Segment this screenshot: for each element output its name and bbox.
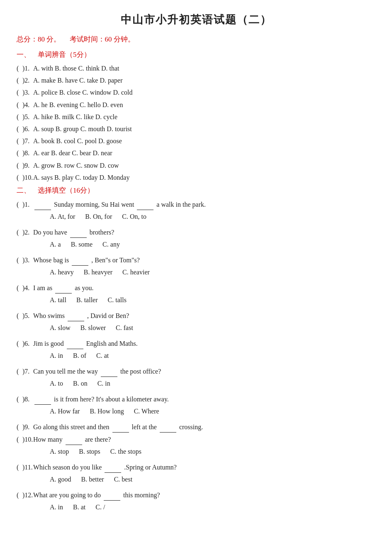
q-num: )2. [22,227,33,238]
section1-question-4: ( )4. A. he B. evening C. hello D. even [17,99,375,110]
q-num: )10. [22,172,33,183]
paren-left: ( [17,99,22,110]
section1-question-5: ( )5. A. hike B. milk C. like D. cycle [17,111,375,122]
q-num: )9. [22,421,33,433]
q-options: A. hike B. milk C. like D. cycle [33,111,375,122]
section2: 二、 选择填空（16分） ( )1. Sunday morning, Su Ha… [17,186,375,513]
sub-options: A. in B. at C. / [50,501,375,513]
sub-options: A. a B. some C. any [50,239,375,251]
section2-question-7: ( )7. Can you tell me the way the post o… [17,365,375,390]
q-text: Sunday morning, Su Hai went a walk in th… [33,198,375,210]
section1-question-8: ( )8. A. ear B. dear C. bear D. near [17,147,375,159]
q-row: ( )11. Which season do you like .Spring … [17,461,375,473]
section2-question-6: ( )6. Jim is good English and Maths. A. … [17,337,375,362]
q-num: )5. [22,111,33,122]
section2-question-10: ( )10. How many are there? A. stop B. st… [17,433,375,458]
sub-options: A. to B. on C. in [50,378,375,390]
q-options: A. book B. cool C. pool D. goose [33,135,375,147]
q-options: A. he B. evening C. hello D. even [33,99,375,110]
section1-question-10: ( )10. A. says B. play C. today D. Monda… [17,172,375,183]
section2-question-9: ( )9. Go along this street and then left… [17,421,375,433]
section2-questions: ( )1. Sunday morning, Su Hai went a walk… [17,198,375,513]
paren-left: ( [17,434,22,445]
q-options: A. grow B. row C. snow D. cow [33,160,375,171]
q-row: ( )7. Can you tell me the way the post o… [17,365,375,377]
q-num: )6. [22,123,33,134]
q-text: How many are there? [33,433,375,445]
section1-question-3: ( )3. A. police B. close C. window D. co… [17,87,375,98]
q-num: )8. [22,394,33,405]
sub-options: A. in B. of C. at [50,350,375,362]
paren-left: ( [17,199,22,210]
section2-question-12: ( )12. What are you going to do this mor… [17,489,375,513]
q-num: )1. [22,199,33,210]
q-row: ( )4. I am as as you. [17,282,375,293]
q-row: ( )8. is it from here? It's about a kilo… [17,393,375,405]
q-text: Go along this street and then left at th… [33,421,375,433]
paren-left: ( [17,75,22,86]
paren-left: ( [17,123,22,134]
paren-left: ( [17,87,22,98]
q-num: )4. [22,99,33,110]
q-row: ( )6. Jim is good English and Maths. [17,337,375,349]
q-num: )1. [22,63,33,74]
q-row: ( )5. Who swims , David or Ben? [17,310,375,321]
q-num: )3. [22,87,33,98]
sub-options: A. tall B. taller C. talls [50,294,375,306]
q-options: A. police B. close C. window D. cold [33,87,375,98]
q-text: Jim is good English and Maths. [33,337,375,349]
q-num: )7. [22,366,33,377]
q-text: I am as as you. [33,282,375,293]
paren-left: ( [17,160,22,171]
section1-title: 一、 单词辨音（5分） [17,50,375,59]
q-options: A. soup B. group C. mouth D. tourist [33,123,375,134]
section2-question-8: ( )8. is it from here? It's about a kilo… [17,393,375,418]
q-num: )8. [22,147,33,159]
paren-left: ( [17,147,22,159]
q-row: ( )9. Go along this street and then left… [17,421,375,433]
q-text: Can you tell me the way the post office? [33,365,375,377]
q-options: A. with B. those C. think D. that [33,63,375,74]
q-num: )10. [22,434,33,445]
paren-left: ( [17,135,22,147]
section2-question-2: ( )2. Do you have brothers? A. a B. some… [17,226,375,251]
q-options: A. says B. play C. today D. Monday [33,172,375,183]
section2-question-11: ( )11. Which season do you like .Spring … [17,461,375,486]
q-text: is it from here? It's about a kilometer … [33,393,375,405]
q-num: )11. [22,462,33,473]
q-options: A. ear B. dear C. bear D. near [33,147,375,159]
q-row: ( )3. Whose bag is , Ben"s or Tom"s? [17,254,375,266]
total-score: 总分：80 分。 [17,35,61,43]
q-num: )7. [22,135,33,147]
paren-left: ( [17,366,22,377]
sub-options: A. stop B. stops C. the stops [50,446,375,458]
paren-left: ( [17,111,22,122]
sub-options: A. How far B. How long C. Where [50,406,375,418]
q-num: )3. [22,254,33,266]
page-title: 中山市小升初英语试题（二） [17,12,375,27]
paren-left: ( [17,282,22,293]
paren-left: ( [17,254,22,266]
q-text: Do you have brothers? [33,226,375,238]
section2-question-1: ( )1. Sunday morning, Su Hai went a walk… [17,198,375,223]
paren-left: ( [17,462,22,473]
sub-options: A. slow B. slower C. fast [50,322,375,334]
sub-options: A. good B. better C. best [50,474,375,486]
q-row: ( )12. What are you going to do this mor… [17,489,375,501]
q-num: )9. [22,160,33,171]
q-row: ( )10. How many are there? [17,433,375,445]
paren-left: ( [17,172,22,183]
q-num: )4. [22,282,33,293]
section2-question-5: ( )5. Who swims , David or Ben? A. slow … [17,310,375,334]
paren-left: ( [17,489,22,501]
paren-left: ( [17,227,22,238]
section1-question-1: ( )1. A. with B. those C. think D. that [17,63,375,74]
paren-left: ( [17,63,22,74]
q-text: Who swims , David or Ben? [33,310,375,321]
section2-question-3: ( )3. Whose bag is , Ben"s or Tom"s? A. … [17,254,375,279]
section1: 一、 单词辨音（5分） ( )1. A. with B. those C. th… [17,50,375,183]
paren-left: ( [17,421,22,433]
q-text: What are you going to do this morning? [33,489,375,501]
section2-question-4: ( )4. I am as as you. A. tall B. taller … [17,282,375,306]
q-options: A. make B. have C. take D. paper [33,75,375,86]
